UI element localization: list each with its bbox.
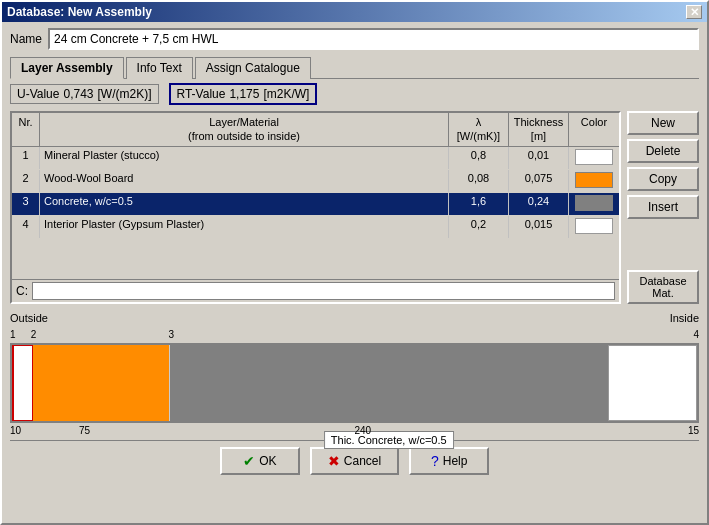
viz-layer-2 [33,345,170,421]
help-icon: ? [431,453,439,469]
table-row-empty [12,239,619,259]
window-title: Database: New Assembly [7,5,152,19]
thick-label-2: 75 [79,425,90,436]
td-thickness: 0,01 [509,147,569,169]
ok-icon: ✔ [243,453,255,469]
tab-info-text[interactable]: Info Text [126,57,193,79]
cancel-icon: ✖ [328,453,340,469]
th-thickness: Thickness[m] [509,113,569,146]
td-lambda: 0,08 [449,170,509,192]
td-thickness: 0,24 [509,193,569,215]
close-button[interactable]: ✕ [686,5,702,19]
th-color: Color [569,113,619,146]
td-color [569,147,619,169]
table-row[interactable]: 3 Concrete, w/c=0.5 1,6 0,24 [12,193,619,216]
cancel-label: Cancel [344,454,381,468]
td-lambda: 0,2 [449,216,509,238]
layer-num-4: 4 [693,329,699,340]
ok-label: OK [259,454,276,468]
table-row[interactable]: 1 Mineral Plaster (stucco) 0,8 0,01 [12,147,619,170]
viz-top-labels: Outside Inside [10,312,699,328]
td-thickness: 0,015 [509,216,569,238]
td-lambda: 1,6 [449,193,509,215]
layer-num-2: 2 [31,329,37,340]
table-header: Nr. Layer/Material(from outside to insid… [12,113,619,147]
title-bar: Database: New Assembly ✕ [2,2,707,22]
table-row[interactable]: 2 Wood-Wool Board 0,08 0,075 [12,170,619,193]
main-window: Database: New Assembly ✕ Name Layer Asse… [0,0,709,525]
table-body: 1 Mineral Plaster (stucco) 0,8 0,01 2 Wo… [12,147,619,279]
u-value-unit: [W/(m2K)] [98,87,152,101]
delete-button[interactable]: Delete [627,139,699,163]
td-material: Concrete, w/c=0.5 [40,193,449,215]
content-area: Name Layer Assembly Info Text Assign Cat… [2,22,707,481]
td-nr: 3 [12,193,40,215]
c-input[interactable] [32,282,615,300]
tab-bar: Layer Assembly Info Text Assign Catalogu… [10,56,699,79]
td-material: Wood-Wool Board [40,170,449,192]
name-input[interactable] [48,28,699,50]
td-color [569,193,619,215]
viz-numbers-row: 1 2 3 4 [10,329,699,343]
cancel-button[interactable]: ✖ Cancel [310,447,399,475]
th-nr: Nr. [12,113,40,146]
viz-bars[interactable]: Thic. Concrete, w/c=0.5 [10,343,699,423]
viz-bottom-labels: 10 75 240 15 [10,425,699,441]
rt-value-unit: [m2K/W] [263,87,309,101]
table-row-empty [12,259,619,279]
table-row[interactable]: 4 Interior Plaster (Gypsum Plaster) 0,2 … [12,216,619,239]
td-nr: 2 [12,170,40,192]
help-button[interactable]: ? Help [409,447,489,475]
insert-button[interactable]: Insert [627,195,699,219]
layer-num-3: 3 [168,329,174,340]
viz-layer-4 [608,345,697,421]
td-material: Interior Plaster (Gypsum Plaster) [40,216,449,238]
ok-button[interactable]: ✔ OK [220,447,300,475]
layer-visualization: Outside Inside 1 2 3 4 Thic. [10,312,699,432]
name-row: Name [10,28,699,50]
name-label: Name [10,32,42,46]
c-label: C: [16,284,28,298]
td-color [569,216,619,238]
td-color [569,170,619,192]
buttons-section: New Delete Copy Insert Database Mat. [627,111,699,304]
database-mat-button[interactable]: Database Mat. [627,270,699,304]
viz-layer-3: Thic. Concrete, w/c=0.5 [170,345,608,421]
td-material: Mineral Plaster (stucco) [40,147,449,169]
rt-value-label: RT-Value [177,87,226,101]
td-thickness: 0,075 [509,170,569,192]
rt-value-value: 1,175 [229,87,259,101]
thick-label-3: 240 [355,425,372,436]
copy-button[interactable]: Copy [627,167,699,191]
thick-label-1: 10 [10,425,21,436]
new-button[interactable]: New [627,111,699,135]
td-nr: 1 [12,147,40,169]
u-value-label: U-Value [17,87,59,101]
c-row: C: [12,279,619,302]
viz-layer-1 [12,345,33,421]
thick-label-4: 15 [688,425,699,436]
help-label: Help [443,454,468,468]
table-section: Nr. Layer/Material(from outside to insid… [10,111,621,304]
u-value-box: U-Value 0,743 [W/(m2K)] [10,84,159,104]
tab-assign-catalogue[interactable]: Assign Catalogue [195,57,311,79]
values-row: U-Value 0,743 [W/(m2K)] RT-Value 1,175 [… [10,83,699,105]
inside-label: Inside [670,312,699,324]
td-nr: 4 [12,216,40,238]
rt-value-box: RT-Value 1,175 [m2K/W] [169,83,318,105]
tab-layer-assembly[interactable]: Layer Assembly [10,57,124,79]
td-lambda: 0,8 [449,147,509,169]
th-lambda: λ[W/(mK)] [449,113,509,146]
th-material: Layer/Material(from outside to inside) [40,113,449,146]
layer-num-1: 1 [10,329,16,340]
main-area: Nr. Layer/Material(from outside to insid… [10,111,699,304]
u-value-value: 0,743 [63,87,93,101]
table-wrapper: Nr. Layer/Material(from outside to insid… [10,111,621,304]
outside-label: Outside [10,312,48,324]
